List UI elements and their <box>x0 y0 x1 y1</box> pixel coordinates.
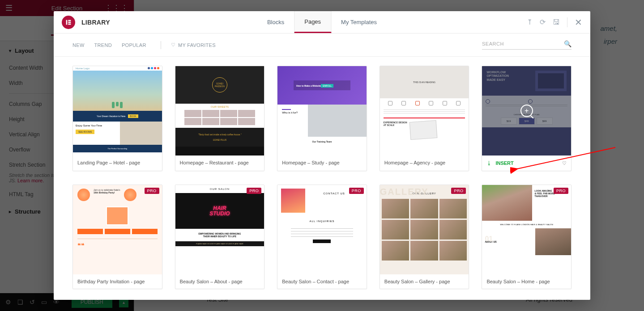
template-card[interactable]: THIS IS AN HEADING EXPERIENCE DESIGNAT S… <box>380 66 469 171</box>
filter-bar: NEW TREND POPULAR ♡ MY FAVORITES 🔍 <box>54 34 590 57</box>
modal-tabs: Blocks Pages My Templates <box>257 11 387 33</box>
card-thumbnail: PRO Join us to celebrate Katie's16th Bir… <box>73 185 162 274</box>
template-grid-wrap[interactable]: Home Logo Your Dream Vacation is Here BO… <box>54 57 590 300</box>
card-title: Homepage – Agency - page <box>380 156 469 170</box>
template-card[interactable]: PRO OUR SALON HAIRSTUDIO EMPOWERING WOME… <box>175 185 265 289</box>
card-thumbnail: WORKFLOWOPTIMIZATIONMADE EASY CHOOSE THE… <box>482 66 571 156</box>
heart-icon: ♡ <box>171 42 175 48</box>
card-title: Beauty Salon – Contact - page <box>277 274 367 289</box>
filter-favorites[interactable]: ♡ MY FAVORITES <box>171 42 216 48</box>
card-title: Beauty Salon – Gallery - page <box>380 274 469 289</box>
card-thumbnail: THIS IS AN HEADING EXPERIENCE DESIGNAT S… <box>380 66 469 156</box>
pro-badge: PRO <box>554 188 568 194</box>
separator <box>567 17 567 27</box>
card-thumbnail: GOKEIPASSION OUR SWEETS "Tasty food set … <box>175 66 264 156</box>
card-thumbnail: PRO OUR SALON HAIRSTUDIO EMPOWERING WOME… <box>175 185 264 274</box>
card-title: Beauty Salon – About - page <box>175 274 264 289</box>
card-thumbnail: PRO OUR GALLERY GALLERY <box>380 185 469 274</box>
modal-header: LIBRARY Blocks Pages My Templates ⤒ ⟳ 🖫 … <box>54 11 590 34</box>
card-title: Homepage – Study - page <box>277 156 367 170</box>
template-card[interactable]: PRO LOOK AMAZING& FEEL FAB MORETHAN EVER… <box>482 185 571 289</box>
template-grid: Home Logo Your Dream Vacation is Here BO… <box>73 66 571 289</box>
search-icon[interactable]: 🔍 <box>564 40 571 47</box>
card-title: Birthday Party Invitation - page <box>73 274 162 289</box>
filter-popular[interactable]: POPULAR <box>122 42 146 48</box>
favorite-icon[interactable]: ♡ <box>562 160 567 166</box>
modal-header-actions: ⤒ ⟳ 🖫 ✕ <box>527 17 582 28</box>
card-thumbnail: PRO CONTACT US ALL INQUIRIES <box>277 185 367 274</box>
card-thumbnail: PRO LOOK AMAZING& FEEL FAB MORETHAN EVER… <box>482 185 571 274</box>
elementor-logo <box>62 16 75 29</box>
close-icon[interactable]: ✕ <box>575 17 582 28</box>
svg-rect-0 <box>66 20 68 25</box>
pro-badge: PRO <box>349 188 364 194</box>
card-thumbnail: How to Make a WebsiteENROLL Who is it fo… <box>277 66 367 156</box>
sync-icon[interactable]: ⟳ <box>540 18 546 26</box>
svg-rect-1 <box>68 20 71 21</box>
tab-my-templates[interactable]: My Templates <box>331 11 387 33</box>
template-card[interactable]: PRO CONTACT US ALL INQUIRIES Beauty Salo… <box>277 185 367 289</box>
card-title: Landing Page – Hotel - page <box>73 156 162 170</box>
modal-title: LIBRARY <box>81 19 110 26</box>
card-title: Beauty Salon – Home - page <box>482 274 571 289</box>
template-card[interactable]: How to Make a WebsiteENROLL Who is it fo… <box>277 66 367 171</box>
filter-trend[interactable]: TREND <box>94 42 112 48</box>
save-icon[interactable]: 🖫 <box>553 18 560 26</box>
pro-badge: PRO <box>451 188 466 194</box>
filter-new[interactable]: NEW <box>73 42 85 48</box>
pro-badge: PRO <box>145 188 159 194</box>
search-wrap: 🔍 <box>482 40 571 50</box>
template-card[interactable]: PRO OUR GALLERY GALLERY Beauty Salon – G… <box>380 185 469 289</box>
filter-divider <box>161 41 161 49</box>
svg-rect-2 <box>68 21 71 23</box>
library-modal: LIBRARY Blocks Pages My Templates ⤒ ⟳ 🖫 … <box>54 11 590 300</box>
zoom-icon[interactable]: + <box>520 105 533 117</box>
tab-pages[interactable]: Pages <box>294 11 331 33</box>
tab-blocks[interactable]: Blocks <box>257 11 294 33</box>
template-card[interactable]: GOKEIPASSION OUR SWEETS "Tasty food set … <box>175 66 265 171</box>
template-card[interactable]: Home Logo Your Dream Vacation is Here BO… <box>73 66 162 171</box>
download-icon: ⭳ <box>486 160 492 166</box>
search-input[interactable] <box>482 41 554 46</box>
insert-button[interactable]: INSERT <box>495 160 513 166</box>
pro-badge: PRO <box>247 188 261 194</box>
template-card-hovered[interactable]: WORKFLOWOPTIMIZATIONMADE EASY CHOOSE THE… <box>482 66 571 171</box>
card-thumbnail: Home Logo Your Dream Vacation is Here BO… <box>73 66 162 156</box>
template-card[interactable]: PRO Join us to celebrate Katie's16th Bir… <box>73 185 162 289</box>
card-title: Homepage – Restaurant - page <box>175 156 264 170</box>
svg-rect-3 <box>68 23 71 25</box>
card-insert-footer: ⭳ INSERT ♡ <box>482 156 571 171</box>
upload-icon[interactable]: ⤒ <box>527 18 533 26</box>
preview-overlay[interactable]: + <box>482 66 571 156</box>
